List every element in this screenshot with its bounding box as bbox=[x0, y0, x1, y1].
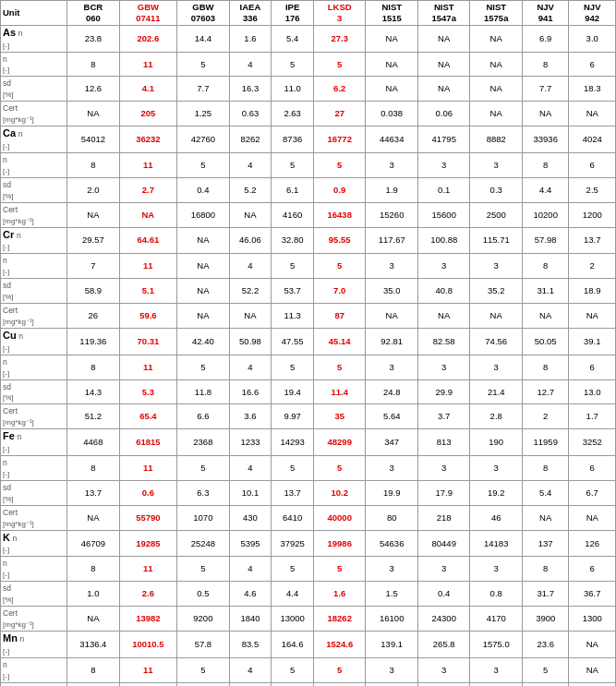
data-cell: NA bbox=[470, 102, 523, 126]
data-cell: 5.64 bbox=[366, 404, 418, 429]
cell-value: 3 bbox=[441, 563, 446, 573]
data-cell: 13.7 bbox=[569, 227, 616, 254]
cell-value: 5.4 bbox=[286, 33, 298, 43]
cell-value: 1.7 bbox=[586, 411, 598, 421]
row-unit-label: [%] bbox=[3, 192, 14, 200]
data-cell: 7 bbox=[67, 254, 120, 279]
col-header-njv941: NJV941 bbox=[522, 1, 568, 26]
data-cell: 5 bbox=[177, 456, 230, 481]
cell-value: 5.64 bbox=[383, 411, 401, 421]
row-unit-label: [%] bbox=[3, 293, 14, 301]
row-type-label: sd bbox=[3, 584, 11, 593]
cell-value: 4.4 bbox=[286, 588, 298, 598]
data-cell: NA bbox=[417, 25, 470, 52]
cell-value: 2 bbox=[543, 411, 548, 421]
cell-value: NA bbox=[539, 108, 551, 118]
data-cell: 55790 bbox=[119, 505, 177, 530]
data-cell: 10.7 bbox=[313, 682, 366, 686]
data-cell: NA bbox=[569, 657, 616, 682]
element-name: Cu bbox=[3, 330, 17, 341]
cell-value: 0.06 bbox=[435, 108, 453, 118]
data-cell: 8 bbox=[522, 557, 568, 582]
cell-value: 70.31 bbox=[137, 336, 159, 346]
cell-value: 47.55 bbox=[282, 336, 304, 346]
cell-value: 3 bbox=[441, 260, 446, 271]
cell-value: 100.88 bbox=[430, 235, 457, 245]
cell-value: NA bbox=[490, 310, 502, 320]
cell-value: 813 bbox=[437, 437, 452, 447]
cell-value: 92.81 bbox=[380, 336, 403, 346]
cell-value: 54012 bbox=[81, 134, 105, 144]
cell-value: 3 bbox=[390, 665, 394, 675]
data-cell: 8 bbox=[67, 657, 120, 682]
cell-value: 35 bbox=[334, 411, 344, 421]
cell-value: 14293 bbox=[280, 437, 304, 447]
unit-cell: sd[%] bbox=[1, 77, 67, 102]
data-cell: 5 bbox=[272, 52, 314, 77]
row-type-label: n bbox=[20, 634, 25, 644]
unit-cell: As n[-] bbox=[1, 25, 67, 52]
cell-value: 55790 bbox=[136, 512, 160, 523]
table-row: Cert[mg*kg⁻¹]51.265.46.63.69.97355.643.7… bbox=[1, 404, 616, 429]
data-cell: 80449 bbox=[417, 530, 470, 557]
cell-value: 8882 bbox=[487, 134, 506, 144]
cell-value: 3 bbox=[441, 362, 446, 372]
data-cell: 4.4 bbox=[522, 177, 568, 202]
data-cell: 87 bbox=[313, 304, 366, 329]
row-type-label: n bbox=[13, 534, 18, 543]
data-cell: 5 bbox=[313, 254, 366, 279]
row-type-label: n bbox=[3, 54, 7, 64]
cell-value: 117.67 bbox=[379, 235, 405, 245]
data-cell: 16.6 bbox=[229, 379, 272, 404]
data-cell: 35 bbox=[313, 404, 366, 429]
data-cell: 119.36 bbox=[67, 328, 120, 355]
cell-value: 39.1 bbox=[584, 336, 601, 346]
cell-value: 11.8 bbox=[195, 387, 212, 397]
cell-value: 25248 bbox=[191, 538, 215, 548]
data-cell: 1200 bbox=[569, 202, 616, 227]
data-cell: NA bbox=[177, 279, 230, 304]
table-row: Cert[mg*kg⁻¹]NA2051.250.632.63270.0380.0… bbox=[1, 102, 616, 126]
row-unit-label: [mg*kg⁻¹] bbox=[3, 115, 34, 124]
data-cell: 2 bbox=[569, 254, 616, 279]
data-cell: 11 bbox=[119, 657, 177, 682]
cell-value: 13.7 bbox=[85, 487, 103, 498]
data-cell: 0.1 bbox=[417, 177, 470, 202]
unit-cell: sd[%] bbox=[1, 480, 67, 505]
data-cell: 8 bbox=[522, 456, 568, 481]
data-cell: 4 bbox=[229, 152, 272, 177]
cell-value: 3 bbox=[441, 160, 446, 170]
cell-value: 52.2 bbox=[242, 285, 260, 295]
cell-value: 6 bbox=[590, 362, 595, 372]
cell-value: NA bbox=[197, 310, 209, 320]
row-unit-label: [%] bbox=[3, 596, 14, 604]
cell-value: 40.8 bbox=[435, 285, 453, 295]
data-cell: 137 bbox=[522, 530, 568, 557]
cell-value: 5 bbox=[200, 463, 205, 473]
cell-value: 16772 bbox=[328, 134, 352, 144]
cell-value: 5.2 bbox=[244, 185, 256, 195]
cell-value: 0.63 bbox=[242, 108, 260, 118]
data-cell: 15260 bbox=[366, 202, 418, 227]
cell-value: 1840 bbox=[240, 613, 260, 623]
data-cell: 3252 bbox=[569, 429, 616, 456]
data-cell: 18262 bbox=[313, 607, 366, 632]
data-cell: 8 bbox=[67, 456, 120, 481]
data-cell: 6 bbox=[569, 52, 616, 77]
cell-value: 6.3 bbox=[197, 487, 209, 498]
cell-value: NA bbox=[438, 59, 450, 69]
table-row: Cert[mg*kg⁻¹]NA5579010704306410400008021… bbox=[1, 505, 616, 530]
cell-value: 218 bbox=[437, 512, 452, 523]
cell-value: NA bbox=[197, 235, 209, 245]
cell-value: NA bbox=[197, 285, 209, 295]
cell-value: 5 bbox=[337, 362, 342, 372]
cell-value: 11 bbox=[143, 260, 153, 271]
cell-value: 265.8 bbox=[433, 639, 455, 649]
cell-value: 137 bbox=[538, 538, 553, 548]
row-type-label: Cert bbox=[3, 306, 18, 315]
cell-value: NA bbox=[490, 33, 502, 43]
data-cell: 4 bbox=[229, 355, 272, 379]
col-header-iaea336: IAEA336 bbox=[229, 1, 272, 26]
data-cell: 39.1 bbox=[569, 328, 616, 355]
data-cell: 1.5 bbox=[366, 582, 418, 607]
